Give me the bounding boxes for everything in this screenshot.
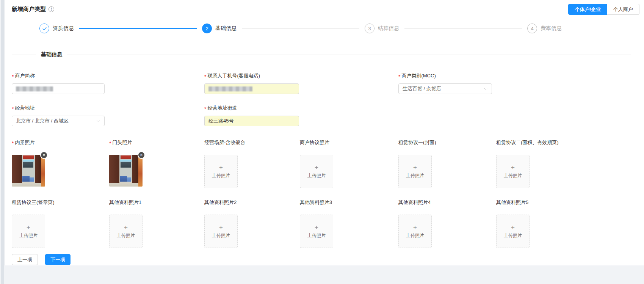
business-address-selected-value: 北京市 / 北京市 / 西城区 bbox=[16, 118, 69, 124]
field-label: * 经营地址街道 bbox=[204, 105, 398, 111]
field-label: * 经营地址 bbox=[12, 105, 204, 111]
upload-field-label: 商户协议照片 bbox=[300, 139, 398, 146]
step-label: 基础信息 bbox=[215, 25, 237, 32]
upload-field-lease-2: 租赁协议二(面积、有效期页) + 上传照片 bbox=[496, 139, 639, 188]
upload-photo-button[interactable]: + 上传照片 bbox=[204, 215, 238, 248]
chevron-down-icon bbox=[96, 119, 100, 123]
page-title: 新增商户类型 bbox=[12, 6, 46, 13]
upload-field-agreement-photo: 商户协议照片 + 上传照片 bbox=[300, 139, 398, 188]
upload-button-label: 上传照片 bbox=[307, 232, 326, 239]
upload-row-2: 租赁协议三(签章页) + 上传照片 其他资料照片1 + 上传照片 其他资料照片2… bbox=[12, 199, 639, 248]
upload-field-label: * 内景照片 bbox=[12, 139, 109, 146]
collapsed-sidebar-strip bbox=[1, 0, 4, 284]
upload-field-premises-photo: 经营场所-含收银台 + 上传照片 bbox=[204, 139, 300, 188]
upload-field-label: 租赁协议二(面积、有效期页) bbox=[496, 139, 639, 146]
remove-photo-button[interactable]: ✕ bbox=[138, 151, 145, 159]
chevron-down-icon bbox=[484, 87, 488, 91]
upload-field-other-4: 其他资料照片4 + 上传照片 bbox=[398, 199, 496, 248]
plus-icon: + bbox=[413, 164, 417, 171]
step-waiting-circle: 3 bbox=[365, 24, 374, 33]
redacted-value bbox=[16, 86, 53, 91]
upload-photo-button[interactable]: + 上传照片 bbox=[300, 155, 333, 188]
merchant-short-name-input[interactable] bbox=[12, 83, 105, 94]
close-icon: ✕ bbox=[140, 154, 143, 157]
step-settlement-info: 3 结算信息 bbox=[365, 24, 399, 33]
required-marker: * bbox=[12, 140, 14, 146]
required-marker: * bbox=[398, 74, 400, 80]
mcc-selected-value: 生活百货 / 杂货店 bbox=[403, 85, 441, 92]
toggle-individual-enterprise-button[interactable]: 个体户/企业 bbox=[568, 4, 607, 15]
field-label: * 商户类别(MCC) bbox=[398, 72, 639, 79]
required-marker: * bbox=[204, 74, 206, 80]
mcc-select[interactable]: 生活百货 / 杂货店 bbox=[398, 83, 492, 94]
info-circle-icon[interactable]: ! bbox=[49, 6, 54, 12]
interior-photo-thumbnail[interactable]: ✕ bbox=[12, 155, 45, 187]
upload-photo-button[interactable]: + 上传照片 bbox=[496, 155, 530, 188]
plus-icon: + bbox=[511, 224, 515, 231]
upload-photo-button[interactable]: + 上传照片 bbox=[12, 215, 45, 248]
upload-field-label: 其他资料照片5 bbox=[496, 199, 639, 206]
field-address-street: * 经营地址街道 经三路45号 bbox=[204, 105, 398, 126]
upload-field-other-3: 其他资料照片3 + 上传照片 bbox=[300, 199, 398, 248]
next-step-button[interactable]: 下一项 bbox=[45, 254, 71, 265]
step-finished-circle bbox=[39, 24, 49, 33]
upload-field-label: 其他资料照片3 bbox=[300, 199, 398, 206]
plus-icon: + bbox=[219, 164, 223, 171]
field-merchant-short-name: * 商户简称 bbox=[12, 72, 204, 94]
section-divider: 基础信息 bbox=[12, 51, 639, 58]
header: 新增商户类型 ! 个体户/企业 个人商户 bbox=[12, 0, 639, 15]
step-rate-info: 4 费率信息 bbox=[527, 24, 562, 33]
stepper: 资质信息 2 基础信息 3 结算信息 4 费率信息 bbox=[12, 23, 639, 34]
upload-photo-button[interactable]: + 上传照片 bbox=[109, 215, 143, 248]
business-address-cascader[interactable]: 北京市 / 北京市 / 西城区 bbox=[12, 116, 105, 126]
upload-photo-button[interactable]: + 上传照片 bbox=[398, 215, 432, 248]
required-marker: * bbox=[109, 140, 111, 146]
plus-icon: + bbox=[27, 224, 30, 231]
step-label: 结算信息 bbox=[378, 25, 399, 32]
field-label: * 商户简称 bbox=[12, 72, 204, 79]
merchant-type-toggle: 个体户/企业 个人商户 bbox=[568, 4, 639, 15]
redacted-value bbox=[208, 86, 252, 91]
upload-photo-button[interactable]: + 上传照片 bbox=[496, 215, 530, 248]
upload-photo-button[interactable]: + 上传照片 bbox=[398, 155, 432, 188]
upload-photo-button[interactable]: + 上传照片 bbox=[300, 215, 333, 248]
divider-line bbox=[67, 55, 631, 55]
remove-photo-button[interactable]: ✕ bbox=[40, 151, 48, 159]
step-connector-done bbox=[79, 28, 197, 29]
form-row-2: * 经营地址 北京市 / 北京市 / 西城区 * 经营地址街道 经三路45号 bbox=[12, 105, 639, 126]
upload-field-label: 其他资料照片1 bbox=[109, 199, 204, 206]
upload-field-lease-3: 租赁协议三(签章页) + 上传照片 bbox=[12, 199, 109, 248]
upload-button-label: 上传照片 bbox=[307, 173, 326, 179]
address-street-input[interactable]: 经三路45号 bbox=[204, 116, 299, 126]
step-connector bbox=[242, 28, 359, 29]
title-wrap: 新增商户类型 ! bbox=[12, 4, 54, 13]
previous-step-button[interactable]: 上一项 bbox=[12, 254, 38, 265]
upload-field-other-1: 其他资料照片1 + 上传照片 bbox=[109, 199, 204, 248]
plus-icon: + bbox=[315, 164, 318, 171]
close-icon: ✕ bbox=[42, 154, 45, 157]
upload-field-other-5: 其他资料照片5 + 上传照片 bbox=[496, 199, 639, 248]
storefront-photo-thumbnail[interactable]: ✕ bbox=[109, 155, 143, 187]
field-mcc: * 商户类别(MCC) 生活百货 / 杂货店 bbox=[398, 72, 639, 94]
contact-phone-input[interactable] bbox=[204, 83, 299, 94]
upload-field-label: 经营场所-含收银台 bbox=[204, 139, 300, 146]
required-marker: * bbox=[12, 106, 14, 112]
plus-icon: + bbox=[124, 224, 128, 231]
step-current-circle: 2 bbox=[202, 24, 212, 33]
step-label: 资质信息 bbox=[53, 25, 74, 32]
footer-actions: 上一项 下一项 bbox=[12, 254, 639, 265]
address-street-value: 经三路45号 bbox=[208, 118, 233, 124]
step-basic-info: 2 基础信息 bbox=[202, 24, 237, 33]
upload-field-storefront-photo: * 门头照片 ✕ bbox=[109, 139, 204, 188]
plus-icon: + bbox=[413, 224, 417, 231]
required-marker: * bbox=[204, 106, 206, 112]
section-title: 基础信息 bbox=[41, 51, 62, 58]
field-label: * 联系人手机号(客服电话) bbox=[204, 72, 398, 79]
plus-icon: + bbox=[315, 224, 318, 231]
merchant-form-card: 新增商户类型 ! 个体户/企业 个人商户 资质信息 2 基础信息 3 结算信息 … bbox=[5, 0, 644, 265]
upload-button-label: 上传照片 bbox=[212, 232, 230, 239]
field-contact-phone: * 联系人手机号(客服电话) bbox=[204, 72, 398, 94]
toggle-personal-merchant-button[interactable]: 个人商户 bbox=[607, 4, 639, 15]
upload-photo-button[interactable]: + 上传照片 bbox=[204, 155, 238, 188]
upload-field-other-2: 其他资料照片2 + 上传照片 bbox=[204, 199, 300, 248]
